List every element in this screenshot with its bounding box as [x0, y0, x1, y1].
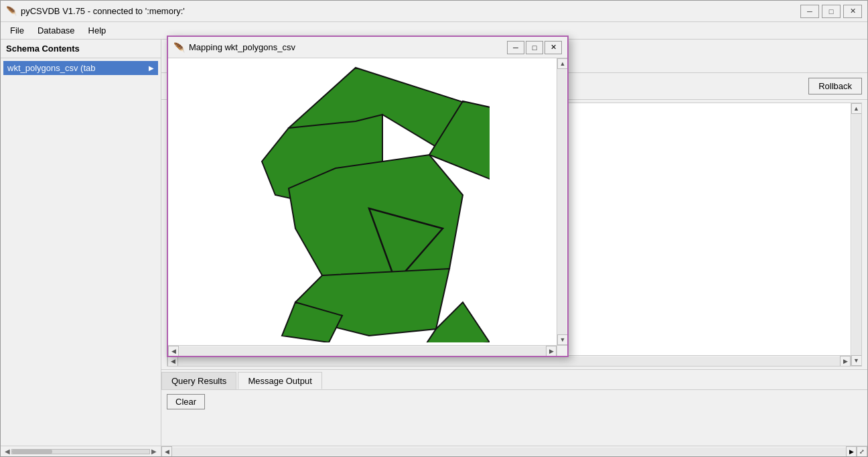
scroll-up-arrow[interactable]: ▲: [851, 103, 862, 114]
bottom-scroll-left[interactable]: ◀: [161, 446, 172, 457]
app-icon: 🪶: [6, 6, 17, 17]
mapping-title-bar: 🪶 Mapping wkt_polygons_csv ─ □ ✕: [168, 37, 567, 58]
menu-help[interactable]: Help: [82, 24, 113, 37]
mapping-scroll-track-v[interactable]: [557, 69, 567, 334]
bottom-scrollbar: ◀ ▶ ⤢: [161, 446, 867, 456]
mapping-icon: 🪶: [173, 42, 185, 53]
sidebar-content: wkt_polygons_csv (tab ▶: [1, 58, 161, 446]
tab-content: Clear: [161, 390, 867, 446]
mapping-scroll-right[interactable]: ▶: [546, 346, 557, 356]
mapping-scroll-down[interactable]: ▼: [557, 334, 567, 345]
scroll-down-arrow[interactable]: ▼: [851, 355, 862, 366]
tabs-bar: Query Results Message Output: [161, 370, 867, 390]
window-controls: ─ □ ✕: [800, 5, 862, 18]
mapping-scrollbar-v: ▲ ▼: [557, 58, 567, 345]
maximize-button[interactable]: □: [822, 5, 841, 18]
sql-editor-scrollbar-v: ▲ ▼: [851, 103, 861, 366]
mapping-scroll-track-h[interactable]: [179, 346, 546, 356]
sidebar-header: Schema Contents: [1, 40, 161, 58]
mapping-controls: ─ □ ✕: [507, 41, 562, 54]
mapping-title: Mapping wkt_polygons_csv: [189, 42, 507, 52]
bottom-scroll-track[interactable]: [172, 448, 846, 456]
mapping-minimize-btn[interactable]: ─: [507, 41, 524, 54]
scroll-track-h[interactable]: [178, 356, 840, 366]
sidebar-item-wkt-polygons[interactable]: wkt_polygons_csv (tab ▶: [3, 61, 158, 75]
scroll-right-arrow[interactable]: ▶: [840, 356, 851, 367]
mapping-close-btn[interactable]: ✕: [545, 41, 562, 54]
main-window: 🪶 pyCSVDB V1.75 - connected to ':memory:…: [0, 0, 868, 457]
sidebar-scroll-right[interactable]: ▶: [150, 448, 158, 455]
menu-file[interactable]: File: [3, 24, 31, 37]
clear-button[interactable]: Clear: [167, 394, 205, 409]
map-svg: [235, 61, 490, 342]
minimize-button[interactable]: ─: [800, 5, 819, 18]
tab-query-results[interactable]: Query Results: [161, 372, 236, 389]
scroll-track-v[interactable]: [852, 114, 861, 355]
mapping-svg-area: [168, 58, 557, 345]
sidebar-scroll-indicator: ▶: [149, 64, 154, 72]
sidebar-scroll-left[interactable]: ◀: [3, 448, 11, 455]
main-title: pyCSVDB V1.75 - connected to ':memory:': [21, 6, 800, 16]
mapping-scroll-left[interactable]: ◀: [168, 346, 179, 356]
close-button[interactable]: ✕: [843, 5, 862, 18]
mapping-maximize-btn[interactable]: □: [526, 41, 543, 54]
sidebar-scrollbar-track[interactable]: [11, 449, 150, 454]
rollback-button[interactable]: Rollback: [808, 78, 862, 94]
sidebar-scrollbar: ◀ ▶: [1, 446, 161, 456]
menu-database[interactable]: Database: [31, 24, 82, 37]
scrollbar-corner: [557, 345, 567, 356]
main-title-bar: 🪶 pyCSVDB V1.75 - connected to ':memory:…: [1, 1, 867, 22]
bottom-scroll-corner: ⤢: [857, 446, 867, 457]
mapping-window: 🪶 Mapping wkt_polygons_csv ─ □ ✕: [167, 36, 569, 357]
tab-message-output[interactable]: Message Output: [238, 372, 321, 389]
mapping-scroll-up[interactable]: ▲: [557, 58, 567, 69]
bottom-tabs-area: Query Results Message Output Clear ◀ ▶ ⤢: [161, 369, 867, 456]
mapping-scrollbar-h: ◀ ▶: [168, 345, 557, 356]
mapping-content: ▲ ▼ ◀ ▶: [168, 58, 567, 356]
sidebar: Schema Contents wkt_polygons_csv (tab ▶ …: [1, 40, 161, 456]
bottom-scroll-right[interactable]: ▶: [846, 446, 857, 457]
sidebar-item-label: wkt_polygons_csv (tab: [7, 63, 96, 73]
